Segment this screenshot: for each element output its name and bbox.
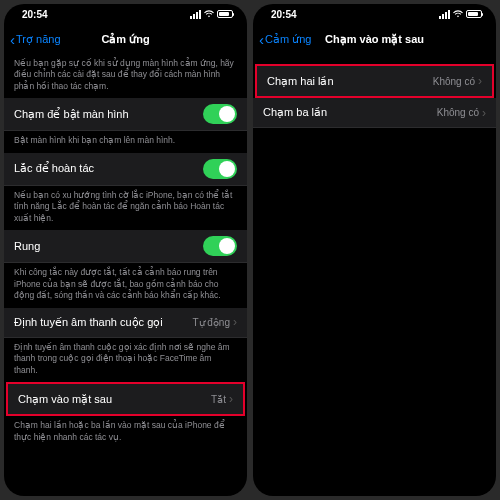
highlight-box: Chạm vào mặt sau Tắt › <box>6 382 245 416</box>
chevron-right-icon: › <box>229 392 233 406</box>
toggle-on-icon[interactable] <box>203 104 237 124</box>
chevron-left-icon: ‹ <box>10 32 15 47</box>
row-label: Lắc để hoàn tác <box>14 162 94 175</box>
chevron-left-icon: ‹ <box>259 32 264 47</box>
row-label: Rung <box>14 240 40 252</box>
back-label: Trợ năng <box>16 33 61 46</box>
status-bar: 20:54 <box>4 4 247 24</box>
row-shake-undo[interactable]: Lắc để hoàn tác <box>4 153 247 186</box>
nav-bar: ‹ Cảm ứng Chạm vào mặt sau <box>253 24 496 54</box>
highlight-box: Chạm hai lần Không có › <box>255 64 494 98</box>
row-value: Không có › <box>437 106 486 120</box>
row-tap-to-wake[interactable]: Chạm để bật màn hình <box>4 98 247 131</box>
signal-icon <box>439 10 450 19</box>
desc-backtap: Chạm hai lần hoặc ba lần vào mặt sau của… <box>4 416 247 449</box>
row-triple-tap[interactable]: Chạm ba lần Không có › <box>253 98 496 128</box>
battery-icon <box>217 10 233 18</box>
row-label: Chạm ba lần <box>263 106 327 119</box>
row-value: Tắt › <box>211 392 233 406</box>
wifi-icon <box>453 10 463 18</box>
wifi-icon <box>204 10 214 18</box>
back-button[interactable]: ‹ Trợ năng <box>10 32 61 47</box>
row-audio-routing[interactable]: Định tuyến âm thanh cuộc gọi Tự động › <box>4 308 247 338</box>
status-time: 20:54 <box>22 9 48 20</box>
battery-icon <box>466 10 482 18</box>
content: Chạm hai lần Không có › Chạm ba lần Khôn… <box>253 54 496 496</box>
row-label: Định tuyến âm thanh cuộc gọi <box>14 316 163 329</box>
row-back-tap[interactable]: Chạm vào mặt sau Tắt › <box>8 384 243 414</box>
desc-shake: Nếu bạn có xu hướng tình cờ lắc iPhone, … <box>4 186 247 230</box>
row-vibration[interactable]: Rung <box>4 230 247 263</box>
chevron-right-icon: › <box>478 74 482 88</box>
phone-left: 20:54 ‹ Trợ năng Cảm ứng Nếu bạn gặp sự … <box>4 4 247 496</box>
row-double-tap[interactable]: Chạm hai lần Không có › <box>257 66 492 96</box>
status-bar: 20:54 <box>253 4 496 24</box>
content: Nếu bạn gặp sự cố khi sử dụng màn hình c… <box>4 54 247 496</box>
desc-tap-wake: Bật màn hình khi bạn chạm lên màn hình. <box>4 131 247 152</box>
desc-audio: Định tuyến âm thanh cuộc gọi xác định nơ… <box>4 338 247 382</box>
row-label: Chạm để bật màn hình <box>14 108 129 121</box>
desc-vibe: Khi công tắc này được tắt, tất cả cảnh b… <box>4 263 247 307</box>
row-label: Chạm hai lần <box>267 75 334 88</box>
phone-right: 20:54 ‹ Cảm ứng Chạm vào mặt sau Chạm ha… <box>253 4 496 496</box>
intro-text: Nếu bạn gặp sự cố khi sử dụng màn hình c… <box>4 54 247 98</box>
row-value: Tự động › <box>192 315 237 329</box>
toggle-on-icon[interactable] <box>203 159 237 179</box>
chevron-right-icon: › <box>482 106 486 120</box>
back-label: Cảm ứng <box>265 33 311 46</box>
status-right <box>190 10 233 19</box>
nav-bar: ‹ Trợ năng Cảm ứng <box>4 24 247 54</box>
status-right <box>439 10 482 19</box>
chevron-right-icon: › <box>233 315 237 329</box>
row-label: Chạm vào mặt sau <box>18 393 112 406</box>
status-time: 20:54 <box>271 9 297 20</box>
signal-icon <box>190 10 201 19</box>
back-button[interactable]: ‹ Cảm ứng <box>259 32 311 47</box>
row-value: Không có › <box>433 74 482 88</box>
toggle-on-icon[interactable] <box>203 236 237 256</box>
